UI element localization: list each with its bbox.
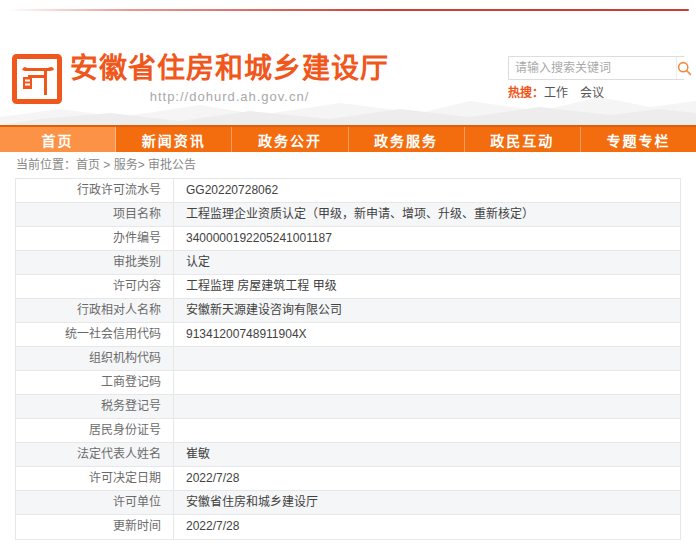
table-row: 工商登记码 bbox=[16, 371, 680, 395]
table-row: 组织机构代码 bbox=[16, 347, 680, 371]
approval-info-table: 行政许可流水号 GG20220728062 项目名称 工程监理企业资质认定（甲级… bbox=[15, 178, 681, 540]
search-block: 热搜：工作会议 bbox=[508, 56, 684, 100]
row-label: 居民身份证号 bbox=[16, 419, 174, 442]
breadcrumb: 当前位置：首页 > 服务> 审批公告 bbox=[0, 152, 696, 176]
breadcrumb-link[interactable]: 首页 bbox=[76, 158, 100, 172]
row-label: 许可内容 bbox=[16, 275, 174, 298]
top-accent-line bbox=[8, 9, 689, 11]
site-title-block: 安徽省住房和城乡建设厅 http://dohurd.ah.gov.cn/ bbox=[70, 52, 389, 104]
nav-tab[interactable]: 政民互动 bbox=[465, 127, 581, 152]
table-row: 许可内容 工程监理 房屋建筑工程 甲级 bbox=[16, 275, 680, 299]
search-button[interactable] bbox=[676, 57, 692, 79]
site-title: 安徽省住房和城乡建设厅 bbox=[70, 52, 389, 86]
row-value: GG20220728062 bbox=[174, 179, 680, 202]
row-label: 许可单位 bbox=[16, 491, 174, 514]
hot-search-link[interactable]: 会议 bbox=[580, 86, 604, 100]
row-label: 行政相对人名称 bbox=[16, 299, 174, 322]
nav-tab-label: 政务服务 bbox=[374, 130, 438, 150]
nav-tab-label: 专题专栏 bbox=[606, 130, 670, 150]
table-row: 办件编号 3400000192205241001187 bbox=[16, 227, 680, 251]
nav-tab-label: 政民互动 bbox=[490, 130, 554, 150]
row-value bbox=[174, 395, 680, 418]
row-label: 统一社会信用代码 bbox=[16, 323, 174, 346]
breadcrumb-items: 首页 > 服务> 审批公告 bbox=[76, 158, 196, 172]
table-row: 税务登记号 bbox=[16, 395, 680, 419]
nav-tab[interactable]: 专题专栏 bbox=[581, 127, 696, 152]
nav-tab[interactable]: 新闻资讯 bbox=[116, 127, 232, 152]
row-label: 项目名称 bbox=[16, 203, 174, 226]
site-logo-archway-icon[interactable] bbox=[12, 54, 62, 104]
search-input[interactable] bbox=[509, 57, 676, 79]
row-value: 安徽省住房和城乡建设厅 bbox=[174, 491, 680, 514]
row-label: 审批类别 bbox=[16, 251, 174, 274]
row-value: 安徽新天源建设咨询有限公司 bbox=[174, 299, 680, 322]
row-label: 行政许可流水号 bbox=[16, 179, 174, 202]
table-row: 项目名称 工程监理企业资质认定（甲级，新申请、增项、升级、重新核定） bbox=[16, 203, 680, 227]
breadcrumb-prefix: 当前位置： bbox=[16, 158, 76, 172]
row-value: 认定 bbox=[174, 251, 680, 274]
table-row: 行政许可流水号 GG20220728062 bbox=[16, 179, 680, 203]
row-value: 2022/7/28 bbox=[174, 515, 680, 539]
row-value: 2022/7/28 bbox=[174, 467, 680, 490]
breadcrumb-separator: > bbox=[100, 158, 114, 172]
row-label: 税务登记号 bbox=[16, 395, 174, 418]
table-row: 更新时间 2022/7/28 bbox=[16, 515, 680, 539]
nav-tab-label: 首页 bbox=[42, 130, 74, 150]
hot-search-link[interactable]: 工作 bbox=[544, 86, 568, 100]
row-label: 更新时间 bbox=[16, 515, 174, 539]
table-row: 许可单位 安徽省住房和城乡建设厅 bbox=[16, 491, 680, 515]
site-url: http://dohurd.ah.gov.cn/ bbox=[70, 89, 389, 104]
hot-search-row: 热搜：工作会议 bbox=[508, 86, 684, 100]
row-label: 法定代表人姓名 bbox=[16, 443, 174, 466]
hot-search-label: 热搜： bbox=[508, 86, 544, 100]
row-value bbox=[174, 371, 680, 394]
search-box bbox=[508, 56, 684, 80]
row-label: 组织机构代码 bbox=[16, 347, 174, 370]
row-label: 工商登记码 bbox=[16, 371, 174, 394]
hot-search-links: 工作会议 bbox=[544, 86, 616, 100]
row-value: 崔敏 bbox=[174, 443, 680, 466]
nav-tab[interactable]: 政务公开 bbox=[232, 127, 348, 152]
nav-tab-label: 政务公开 bbox=[258, 130, 322, 150]
row-value: 工程监理企业资质认定（甲级，新申请、增项、升级、重新核定） bbox=[174, 203, 680, 226]
breadcrumb-link[interactable]: 审批公告 bbox=[148, 158, 196, 172]
table-row: 行政相对人名称 安徽新天源建设咨询有限公司 bbox=[16, 299, 680, 323]
table-row: 居民身份证号 bbox=[16, 419, 680, 443]
nav-tab[interactable]: 首页 bbox=[0, 127, 116, 152]
table-row: 统一社会信用代码 91341200748911904X bbox=[16, 323, 680, 347]
main-nav: 首页 新闻资讯 政务公开 政务服务 政民互动 专题专栏 bbox=[0, 125, 696, 152]
row-value bbox=[174, 347, 680, 370]
site-header: 安徽省住房和城乡建设厅 http://dohurd.ah.gov.cn/ 热搜：… bbox=[0, 46, 696, 125]
row-value: 91341200748911904X bbox=[174, 323, 680, 346]
row-label: 办件编号 bbox=[16, 227, 174, 250]
row-value: 工程监理 房屋建筑工程 甲级 bbox=[174, 275, 680, 298]
breadcrumb-separator: > bbox=[138, 158, 148, 172]
row-value: 3400000192205241001187 bbox=[174, 227, 680, 250]
search-icon bbox=[677, 61, 692, 76]
nav-tab-label: 新闻资讯 bbox=[142, 130, 206, 150]
row-value bbox=[174, 419, 680, 442]
row-label: 许可决定日期 bbox=[16, 467, 174, 490]
table-row: 审批类别 认定 bbox=[16, 251, 680, 275]
nav-tab[interactable]: 政务服务 bbox=[349, 127, 465, 152]
table-row: 许可决定日期 2022/7/28 bbox=[16, 467, 680, 491]
breadcrumb-link[interactable]: 服务 bbox=[114, 158, 138, 172]
table-row: 法定代表人姓名 崔敏 bbox=[16, 443, 680, 467]
